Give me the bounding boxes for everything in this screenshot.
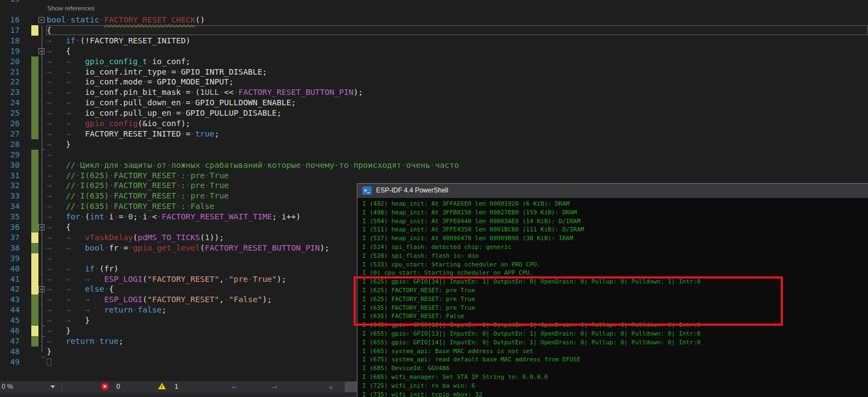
tab-whitespace-icon: → — [47, 77, 66, 87]
line-number: 16 — [0, 15, 20, 25]
tab-whitespace-icon: → — [47, 274, 66, 285]
code-line-26[interactable]: 26→→gpio_config(&io_conf); — [0, 118, 868, 129]
code-line-18[interactable]: 18→if·(!FACTORY_RESET_INITED) — [0, 36, 868, 46]
code-line-15[interactable]: 15 — [0, 0, 868, 4]
code-text: →return·true; — [47, 336, 124, 347]
terminal-log-line: I (675) system_api: read default base MA… — [362, 355, 580, 364]
zoom-level-value[interactable]: 0 % — [2, 383, 13, 390]
code-line-21[interactable]: 21→→io_conf.intr_type·=·GPIO_INTR_DISABL… — [0, 67, 868, 77]
code-text: →→gpio_config_t·io_conf; — [47, 56, 191, 67]
code-line-30[interactable]: 30→//·Цикл·для·защиты·от·ложных·срабатыв… — [0, 160, 868, 171]
tab-whitespace-icon: → — [47, 305, 66, 315]
tab-whitespace-icon: → — [66, 77, 85, 87]
tab-whitespace-icon: → — [47, 56, 66, 67]
code-line-22[interactable]: 22→→io_conf.mode·=·GPIO_MODE_INPUT; — [0, 77, 868, 87]
code-line-25[interactable]: 25→→io_conf.pull_up_en·=·GPIO_PULLUP_DIS… — [0, 108, 868, 118]
change-tracking-bar — [31, 336, 38, 347]
code-text: bool·static·FACTORY_RESET_CHECK() — [47, 15, 205, 25]
code-line-20[interactable]: 20→→gpio_config_t·io_conf; — [0, 56, 868, 67]
code-line-24[interactable]: 24→→io_conf.pull_down_en·=·GPIO_PULLDOWN… — [0, 98, 868, 108]
code-text: →→→return·false; — [47, 305, 166, 315]
line-number: 40 — [0, 264, 20, 274]
code-line-29[interactable]: 29→ — [0, 150, 868, 160]
red-highlight-box — [354, 276, 783, 326]
code-text: →→io_conf.intr_type·=·GPIO_INTR_DISABLE; — [47, 67, 267, 77]
change-tracking-bar — [31, 108, 38, 118]
tab-whitespace-icon: → — [47, 67, 66, 77]
code-line-27[interactable]: 27→→FACTORY_RESET_INITED·=·true; — [0, 129, 868, 139]
tab-whitespace-icon: → — [85, 294, 104, 305]
terminal-log-line: I (685) DeviceId: GGV486 — [362, 364, 450, 373]
line-number: 31 — [0, 171, 20, 181]
tab-whitespace-icon: → — [47, 222, 66, 232]
code-text — [47, 357, 52, 367]
ide-screen: Show references 1516bool·static·FACTORY_… — [0, 0, 868, 397]
code-line-16[interactable]: 16bool·static·FACTORY_RESET_CHECK() — [0, 15, 868, 25]
line-number: 36 — [0, 222, 20, 232]
line-number: 46 — [0, 326, 20, 336]
terminal-log-line: I (655) gpio: GPIO[13]| InputEn: 0| Outp… — [362, 330, 701, 338]
tab-whitespace-icon: → — [47, 284, 66, 294]
tab-whitespace-icon: → — [66, 315, 85, 326]
change-tracking-bar — [31, 212, 38, 222]
tab-whitespace-icon: → — [47, 294, 66, 305]
tab-whitespace-icon: → — [85, 274, 104, 285]
warning-count[interactable]: 1 — [175, 383, 178, 390]
code-line-17[interactable]: 17{ — [0, 25, 868, 36]
tab-whitespace-icon: → — [66, 87, 85, 98]
terminal-title-bar[interactable]: >_ ESP-IDF 4.4 PowerShell — [357, 184, 868, 198]
line-number: 49 — [0, 357, 20, 367]
tab-whitespace-icon: → — [66, 264, 85, 274]
code-text: →for·(int·i·=·0;·i·<·FACTORY_RESET_WAIT_… — [47, 212, 301, 222]
line-number: 35 — [0, 212, 20, 222]
tab-whitespace-icon: → — [66, 294, 85, 305]
chevron-down-icon[interactable] — [51, 385, 55, 388]
line-number: 26 — [0, 118, 20, 129]
code-text: → — [47, 150, 66, 160]
horizontal-scrollbar-thumb[interactable] — [345, 382, 358, 392]
code-line-23[interactable]: 23→→io_conf.pin_bit_mask·=·(1ULL·<<·FACT… — [0, 87, 868, 98]
terminal-log-line: I (685) wifi_manager: Set STA IP String … — [362, 373, 548, 382]
line-number: 41 — [0, 274, 20, 285]
warning-icon[interactable] — [158, 383, 166, 389]
change-tracking-bar — [31, 129, 38, 139]
code-line-28[interactable]: 28→} — [0, 139, 868, 150]
terminal-log-line: I (528) spi_flash: flash io: dio — [362, 252, 479, 260]
tab-whitespace-icon: → — [47, 232, 66, 243]
code-line-31[interactable]: 31→//·I(625)·FACTORY_RESET·:·pre·True — [0, 171, 868, 181]
fold-collapse-button[interactable] — [38, 17, 44, 23]
tab-whitespace-icon: → — [66, 232, 85, 243]
change-tracking-bar — [31, 98, 38, 108]
change-tracking-bar — [31, 315, 38, 326]
code-line-19[interactable]: 19→{ — [0, 46, 868, 56]
terminal-log-line: I (655) gpio: GPIO[14]| InputEn: 0| Outp… — [362, 338, 701, 347]
change-tracking-bar — [31, 222, 38, 232]
navigate-back-button[interactable]: ← — [231, 381, 239, 391]
error-icon[interactable]: ✕ — [101, 383, 109, 390]
navigate-forward-button[interactable]: → — [270, 381, 279, 391]
terminal-log-line: I (533) cpu_start: Starting scheduler on… — [362, 260, 541, 269]
terminal-log-line: I (517) heap_init: At 40096470 len 00009… — [362, 234, 573, 243]
line-number: 30 — [0, 160, 20, 171]
change-tracking-bar — [31, 171, 38, 181]
code-text: →→gpio_config(&io_conf); — [47, 118, 191, 129]
scrollbar-left-arrow-icon[interactable]: ◀ — [328, 384, 332, 390]
tab-whitespace-icon: → — [66, 56, 85, 67]
change-tracking-bar — [31, 294, 38, 305]
line-number: 33 — [0, 191, 20, 201]
code-text: →//·Цикл·для·защиты·от·ложных·срабатыван… — [47, 160, 459, 171]
terminal-log-line: I (511) heap_init: At 3FFE4350 len 0001B… — [362, 225, 584, 234]
line-number: 28 — [0, 139, 20, 150]
code-text: →{ — [47, 46, 71, 56]
change-tracking-bar — [31, 180, 38, 191]
code-text: } — [47, 347, 52, 357]
code-text: →//·I(635)·FACTORY_RESET·:·False — [47, 201, 215, 212]
code-text: { — [47, 25, 52, 36]
code-text: →→io_conf.pull_up_en·=·GPIO_PULLUP_DISAB… — [47, 108, 282, 118]
code-text: →{ — [47, 222, 71, 232]
line-number: 15 — [0, 0, 20, 4]
code-text: →→→ESP_LOGI("FACTORY_RESET",·"False"); — [47, 294, 272, 305]
codelens-show-references[interactable]: Show references — [47, 5, 94, 12]
fold-guide-tick — [42, 149, 45, 150]
error-count[interactable]: 0 — [116, 383, 120, 390]
